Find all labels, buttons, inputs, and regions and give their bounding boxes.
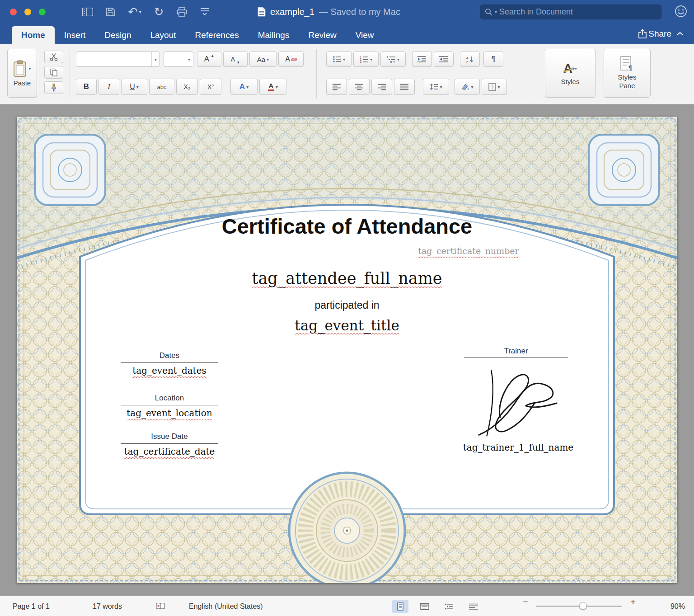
sort-button[interactable]: AZ <box>460 52 480 67</box>
zoom-out-button[interactable]: − <box>520 596 531 608</box>
bold-button[interactable]: B <box>76 79 97 95</box>
minimize-window-button[interactable] <box>24 9 31 15</box>
paste-dropdown-icon[interactable]: ▾ <box>28 66 31 71</box>
search-in-document-field[interactable]: ▾ <box>480 5 661 19</box>
tab-view[interactable]: View <box>346 26 384 44</box>
italic-button[interactable]: I <box>98 79 119 95</box>
document-canvas[interactable]: Certificate of Attendance tag_certificat… <box>0 104 694 596</box>
document-page[interactable]: Certificate of Attendance tag_certificat… <box>17 117 677 583</box>
page-indicator[interactable]: Page 1 of 1 <box>13 596 50 616</box>
event-location-field[interactable]: tag_event_location <box>109 408 230 419</box>
search-scope-dropdown-icon[interactable]: ▾ <box>495 9 497 14</box>
event-dates-field[interactable]: tag_event_dates <box>109 365 230 376</box>
share-label: Share <box>648 29 671 39</box>
language-indicator[interactable]: English (United States) <box>189 596 263 616</box>
tab-references[interactable]: References <box>186 26 249 44</box>
tab-layout[interactable]: Layout <box>141 26 185 44</box>
multilevel-list-icon <box>387 56 396 63</box>
share-button[interactable]: Share <box>638 29 671 39</box>
undo-button[interactable]: ↶ ▾ <box>128 6 141 18</box>
proofing-status-button[interactable] <box>156 596 165 616</box>
print-button[interactable] <box>177 7 187 17</box>
bullets-dropdown-icon: ▾ <box>343 57 345 62</box>
font-color-button[interactable]: A▾ <box>259 79 286 95</box>
save-button[interactable] <box>106 7 115 17</box>
search-input[interactable] <box>499 7 656 17</box>
print-layout-view-button[interactable] <box>392 600 408 613</box>
justify-button[interactable] <box>394 79 415 95</box>
superscript-button[interactable]: X² <box>200 79 221 95</box>
customize-toolbar-button[interactable] <box>200 7 210 16</box>
dates-label: Dates <box>121 351 218 360</box>
zoom-in-button[interactable]: + <box>627 596 639 608</box>
undo-dropdown-icon[interactable]: ▾ <box>139 9 141 14</box>
increase-indent-button[interactable] <box>434 52 454 67</box>
eraser-icon <box>291 58 297 61</box>
shrink-font-button[interactable]: A▼ <box>223 52 248 67</box>
grow-font-button[interactable]: A▲ <box>197 52 221 67</box>
tab-home[interactable]: Home <box>12 26 55 44</box>
numbering-dropdown-icon: ▾ <box>370 57 372 62</box>
underline-button[interactable]: U▾ <box>121 79 147 95</box>
change-case-button[interactable]: Aa▾ <box>249 52 277 67</box>
paste-button[interactable]: ▾ Paste <box>7 49 37 98</box>
numbering-button[interactable]: 123 ▾ <box>353 52 379 67</box>
multilevel-list-button[interactable]: ▾ <box>380 52 406 67</box>
word-count[interactable]: 17 words <box>93 596 122 616</box>
web-layout-view-button[interactable] <box>417 600 433 613</box>
align-right-button[interactable] <box>371 79 392 95</box>
tab-mailings[interactable]: Mailings <box>249 26 299 44</box>
zoom-slider-track[interactable] <box>536 606 622 607</box>
align-center-button[interactable] <box>349 79 370 95</box>
show-paragraph-marks-button[interactable]: ¶ <box>483 52 503 67</box>
copy-button[interactable] <box>44 66 63 79</box>
grow-font-arrow-icon: ▲ <box>211 54 214 58</box>
group-separator <box>528 49 528 99</box>
collapse-ribbon-chevron-icon[interactable] <box>676 32 684 36</box>
trainer-name-field[interactable]: tag_trainer_1_full_name <box>450 442 586 453</box>
text-effects-button[interactable]: A▾ <box>230 79 258 95</box>
print-icon <box>177 7 187 17</box>
feedback-button[interactable] <box>674 5 688 20</box>
subscript-button[interactable]: X₂ <box>176 79 198 95</box>
styles-label: Styles <box>561 78 580 85</box>
font-size-dropdown-icon[interactable]: ▾ <box>185 52 193 66</box>
cut-button[interactable] <box>44 51 63 63</box>
attendee-name-field[interactable]: tag_attendee_full_name <box>17 269 677 287</box>
clear-formatting-label: A <box>285 55 290 63</box>
location-underline <box>121 405 218 405</box>
outline-view-button[interactable] <box>441 600 457 613</box>
sidebar-toggle-icon[interactable] <box>82 8 93 16</box>
close-window-button[interactable] <box>10 9 17 15</box>
line-spacing-button[interactable]: ▾ <box>423 79 449 95</box>
tab-insert[interactable]: Insert <box>55 26 95 44</box>
tab-design[interactable]: Design <box>95 26 141 44</box>
styles-button[interactable]: A ▾ Styles <box>545 49 596 98</box>
font-name-combo[interactable]: ▾ <box>76 52 160 67</box>
line-spacing-icon <box>430 83 438 90</box>
repeat-button[interactable]: ↻ <box>154 6 164 18</box>
justify-icon <box>400 84 408 90</box>
decrease-indent-button[interactable] <box>412 52 432 67</box>
draft-view-button[interactable] <box>465 600 482 613</box>
format-painter-icon <box>50 84 58 92</box>
strikethrough-button[interactable]: abc <box>149 79 174 95</box>
event-title-field[interactable]: tag_event_title <box>17 317 677 334</box>
bullets-button[interactable]: ▾ <box>326 52 352 67</box>
tab-review[interactable]: Review <box>299 26 346 44</box>
traffic-lights <box>10 0 46 24</box>
shading-button[interactable]: ▾ <box>455 79 480 95</box>
font-name-dropdown-icon[interactable]: ▾ <box>151 52 159 66</box>
zoom-percentage[interactable]: 90% <box>653 596 685 616</box>
format-painter-button[interactable] <box>44 81 63 94</box>
zoom-slider-thumb[interactable] <box>579 602 587 610</box>
font-size-combo[interactable]: ▾ <box>164 52 193 67</box>
clear-formatting-button[interactable]: A <box>278 52 304 67</box>
borders-button[interactable]: ▾ <box>482 79 507 95</box>
certificate-date-field[interactable]: tag_certificate_date <box>109 446 230 457</box>
save-icon <box>106 7 115 17</box>
styles-pane-button[interactable]: ¶ Styles Pane <box>604 49 651 98</box>
certificate-number-field[interactable]: tag_certificate_number <box>387 246 550 256</box>
align-left-button[interactable] <box>326 79 347 95</box>
fullscreen-window-button[interactable] <box>39 9 46 15</box>
